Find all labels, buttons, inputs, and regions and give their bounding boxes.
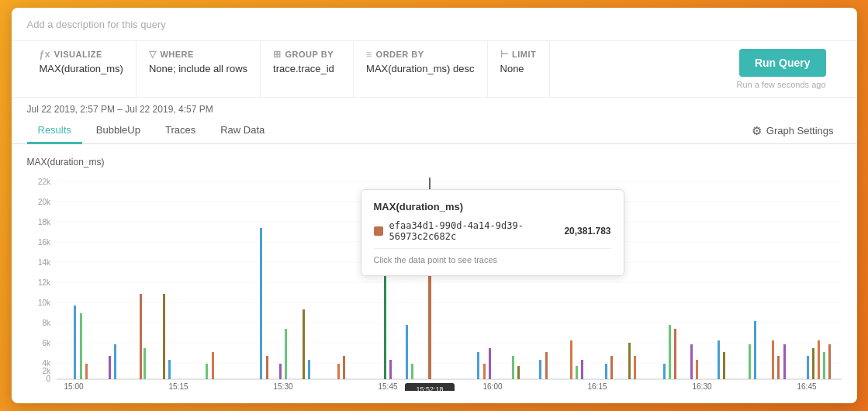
svg-rect-63 <box>634 356 636 379</box>
visualize-label: ƒx VISUALIZE <box>40 49 123 60</box>
order-by-label: ≡ ORDER BY <box>366 49 474 60</box>
svg-rect-72 <box>754 321 756 379</box>
svg-text:16:15: 16:15 <box>587 382 607 391</box>
svg-text:10k: 10k <box>37 299 50 307</box>
order-icon: ≡ <box>366 49 372 60</box>
svg-rect-80 <box>828 344 831 379</box>
visualize-value: MAX(duration_ms) <box>40 63 123 74</box>
svg-rect-75 <box>783 344 786 379</box>
svg-rect-57 <box>570 340 572 379</box>
svg-rect-35 <box>260 228 262 379</box>
svg-text:18k: 18k <box>37 218 50 226</box>
tab-rawdata[interactable]: Raw Data <box>209 118 275 144</box>
svg-rect-68 <box>696 360 698 379</box>
limit-label: ⊢ LIMIT <box>500 49 537 60</box>
svg-text:16:30: 16:30 <box>692 382 711 391</box>
svg-rect-37 <box>279 364 282 379</box>
tooltip-value: 20,381.783 <box>564 226 610 237</box>
group-by-value: trace.trace_id <box>273 63 341 74</box>
limit-icon: ⊢ <box>500 49 509 60</box>
svg-rect-79 <box>823 352 825 379</box>
fx-icon: ƒx <box>40 49 50 60</box>
svg-rect-42 <box>343 356 345 379</box>
svg-text:22k: 22k <box>37 178 50 186</box>
svg-rect-34 <box>212 352 214 379</box>
svg-rect-41 <box>337 364 340 379</box>
svg-rect-51 <box>483 364 486 379</box>
svg-rect-61 <box>610 356 613 379</box>
svg-rect-28 <box>114 344 116 379</box>
svg-rect-66 <box>674 329 676 379</box>
group-icon: ⊞ <box>273 49 282 60</box>
svg-rect-56 <box>545 352 548 379</box>
svg-rect-30 <box>144 348 146 379</box>
svg-text:15:52:18: 15:52:18 <box>416 385 443 391</box>
svg-rect-54 <box>517 366 520 379</box>
svg-rect-52 <box>489 348 491 379</box>
svg-rect-25 <box>80 313 82 379</box>
chart-wrapper[interactable]: 22k 20k 18k 16k 14k 12k 10k 8k 6k 4k 2k … <box>27 174 842 391</box>
svg-rect-29 <box>140 294 142 379</box>
svg-text:16k: 16k <box>37 238 50 247</box>
svg-rect-78 <box>818 340 820 379</box>
group-by-section[interactable]: ⊞ GROUP BY trace.trace_id <box>261 41 354 97</box>
filter-icon: ▽ <box>149 49 157 60</box>
svg-text:0: 0 <box>46 375 50 383</box>
svg-text:14k: 14k <box>37 258 50 267</box>
svg-rect-31 <box>163 294 165 379</box>
svg-text:15:00: 15:00 <box>64 382 83 391</box>
svg-rect-73 <box>772 340 774 379</box>
svg-rect-70 <box>723 352 725 379</box>
svg-text:15:30: 15:30 <box>273 382 292 391</box>
run-time: Run a few seconds ago <box>737 80 826 89</box>
svg-rect-58 <box>576 366 578 379</box>
svg-rect-45 <box>406 325 408 379</box>
svg-text:15:45: 15:45 <box>378 382 397 391</box>
tooltip-title: MAX(duration_ms) <box>374 201 611 212</box>
query-bar: ƒx VISUALIZE MAX(duration_ms) ▽ WHERE No… <box>12 41 857 98</box>
gear-icon: ⚙ <box>752 124 762 138</box>
tab-bubbleup[interactable]: BubbleUp <box>85 118 151 144</box>
svg-rect-38 <box>285 329 287 379</box>
svg-rect-65 <box>669 325 671 379</box>
graph-settings-button[interactable]: ⚙ Graph Settings <box>744 119 842 143</box>
where-value: None; include all rows <box>149 63 247 74</box>
svg-rect-74 <box>777 356 780 379</box>
svg-rect-32 <box>168 360 171 379</box>
limit-section[interactable]: ⊢ LIMIT None <box>488 41 550 97</box>
order-by-section[interactable]: ≡ ORDER BY MAX(duration_ms) desc <box>354 41 487 97</box>
svg-rect-46 <box>411 364 413 379</box>
svg-rect-62 <box>628 343 631 379</box>
group-by-label: ⊞ GROUP BY <box>273 49 341 60</box>
svg-rect-50 <box>477 352 479 379</box>
tooltip-key: efaa34d1-990d-4a14-9d39-56973c2c682c <box>389 220 558 242</box>
time-range: Jul 22 2019, 2:57 PM – Jul 22 2019, 4:57… <box>12 98 857 115</box>
tooltip-row: efaa34d1-990d-4a14-9d39-56973c2c682c 20,… <box>374 220 611 242</box>
svg-rect-24 <box>74 306 76 379</box>
svg-rect-33 <box>206 364 208 379</box>
svg-rect-39 <box>303 309 305 379</box>
svg-rect-44 <box>389 360 392 379</box>
visualize-section[interactable]: ƒx VISUALIZE MAX(duration_ms) <box>27 41 137 97</box>
svg-rect-40 <box>308 360 310 379</box>
svg-text:16:00: 16:00 <box>482 382 502 391</box>
tooltip-color-indicator <box>374 226 383 236</box>
svg-text:20k: 20k <box>37 198 50 206</box>
svg-text:6k: 6k <box>42 339 51 347</box>
main-container: Add a description for this query ƒx VISU… <box>12 8 857 403</box>
tab-results[interactable]: Results <box>27 118 82 144</box>
run-query-section: Run Query Run a few seconds ago <box>721 41 842 97</box>
where-section[interactable]: ▽ WHERE None; include all rows <box>137 41 261 97</box>
svg-rect-55 <box>539 360 541 379</box>
svg-rect-67 <box>690 344 693 379</box>
tooltip-hint[interactable]: Click the data point to see traces <box>374 248 611 264</box>
svg-rect-77 <box>812 348 814 379</box>
description-placeholder[interactable]: Add a description for this query <box>27 19 166 30</box>
svg-rect-59 <box>581 360 583 379</box>
limit-value: None <box>500 63 537 74</box>
tooltip-box: MAX(duration_ms) efaa34d1-990d-4a14-9d39… <box>361 189 624 276</box>
svg-rect-71 <box>749 344 751 379</box>
svg-rect-76 <box>807 356 809 379</box>
tab-traces[interactable]: Traces <box>154 118 206 144</box>
run-query-button[interactable]: Run Query <box>739 49 826 77</box>
